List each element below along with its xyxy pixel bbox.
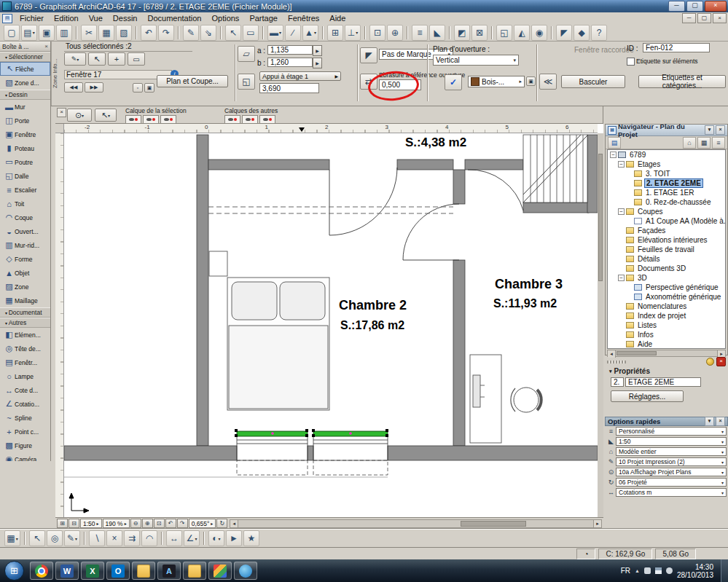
scrollbar-thumb[interactable] — [461, 521, 526, 527]
add-selection-icon[interactable]: + — [108, 52, 125, 66]
a-spin-button[interactable]: ▶ — [313, 45, 322, 56]
marker-icon[interactable]: ◤ — [360, 47, 377, 63]
menu-edition[interactable]: Edition — [49, 13, 84, 23]
toolbox-section-autres[interactable]: Autres — [0, 318, 50, 328]
quick-option-field[interactable]: Modèle entier▾ — [616, 447, 727, 456]
etiquettes-button[interactable]: Etiquettes et catégories... — [638, 75, 726, 88]
lock-icon[interactable]: ⊠ — [471, 25, 488, 41]
quick-option-field[interactable]: Personnalisé▾ — [616, 427, 727, 436]
tool-mur[interactable]: ▬Mur — [0, 100, 50, 114]
previous-window-icon[interactable]: ◀◀ — [64, 82, 83, 93]
quick-option-field[interactable]: 10 Projet Impression (2)▾ — [616, 457, 727, 466]
chevron-down-icon[interactable]: ▾ — [705, 125, 714, 135]
collapse-icon[interactable]: − — [618, 208, 625, 215]
properties-header[interactable]: ▾Propriétés — [605, 366, 728, 376]
tool-cotatio[interactable]: ∠Cotatio... — [0, 397, 50, 411]
show-other-layers-icon[interactable] — [224, 115, 240, 124]
archicad-icon[interactable]: A — [157, 562, 181, 580]
settings-icon[interactable]: ≡ — [712, 137, 725, 149]
undo-icon[interactable]: ↶ — [141, 25, 157, 41]
plan-coupe-button[interactable]: Plan et Coupe... — [157, 75, 228, 87]
solo-layer-icon[interactable] — [160, 115, 176, 124]
network-icon[interactable] — [655, 567, 662, 574]
default-settings-icon[interactable]: ✎▾ — [64, 52, 86, 66]
tree-item-feuilles-de-travail[interactable]: Feuilles de travail — [608, 245, 725, 254]
zoom-out-icon[interactable]: ⊖ — [130, 519, 141, 528]
tree-item-1-etage-1er[interactable]: 1. ETAGE 1ER — [608, 188, 725, 197]
pushpin-icon[interactable] — [706, 358, 714, 366]
gravity-icon[interactable]: ⊥▾ — [345, 25, 361, 41]
mdi-minimize-icon[interactable]: ─ — [682, 13, 696, 23]
scroll-left-icon[interactable]: ◂ — [230, 520, 238, 527]
menu-partage[interactable]: Partage — [244, 13, 283, 23]
tool-lampe[interactable]: ○Lampe — [0, 369, 50, 383]
tree-item-0-rez-de-chaussee[interactable]: 0. Rez-de-chaussée — [608, 197, 725, 207]
collapse-icon[interactable]: − — [618, 275, 625, 281]
zoom-in-icon[interactable]: ⊕ — [387, 25, 403, 41]
b-field[interactable]: 1,260 — [267, 58, 313, 67]
explorer-folder-icon[interactable] — [132, 562, 155, 580]
tree-item-2-etage-2eme[interactable]: 2. ETAGE 2EME — [608, 178, 725, 188]
tree-item-infos[interactable]: Infos — [608, 330, 725, 339]
scrollbar-thumb[interactable] — [598, 154, 603, 281]
tool-tete-de[interactable]: ◎Tête de... — [0, 342, 50, 355]
collapse-icon[interactable]: − — [618, 161, 625, 168]
next-window-icon[interactable]: ▶▶ — [85, 82, 103, 93]
tree-item-3d[interactable]: −3D — [608, 273, 725, 283]
tree-item-listes[interactable]: Listes — [608, 321, 725, 330]
tree-item-index-de-projet[interactable]: Index de projet — [608, 311, 725, 321]
minimize-button[interactable]: ─ — [668, 1, 685, 12]
zoom-percent-selector[interactable]: 190 %▸ — [103, 519, 130, 528]
outlook-icon[interactable]: O — [106, 562, 130, 580]
quick-option-field[interactable]: 10a Affichage Projet Plans▾ — [616, 468, 727, 476]
menu-options[interactable]: Options — [206, 13, 244, 23]
orbit-icon[interactable]: ↻ — [216, 519, 227, 528]
id-field[interactable]: Fen-012 — [643, 43, 710, 52]
documents-folder-icon[interactable] — [183, 562, 206, 580]
teamwork-icon[interactable]: ◆ — [574, 25, 590, 41]
show-layer-icon[interactable] — [125, 115, 141, 124]
tool-zone[interactable]: ▨Zone — [0, 280, 50, 294]
snap-guides-icon[interactable]: ◎ — [47, 530, 63, 546]
toolbox-section-dessin[interactable]: Dessin — [0, 90, 50, 100]
horizontal-scrollbar[interactable]: ◂ ▸ — [230, 519, 602, 528]
open-file-icon[interactable]: ▤▾ — [21, 25, 37, 41]
panel-grip[interactable] — [607, 361, 626, 363]
scroll-right-icon[interactable]: ▸ — [593, 520, 601, 527]
copy-icon[interactable]: ▦ — [98, 25, 114, 41]
arrow-icon[interactable]: ↖ — [88, 52, 106, 66]
quick-option-field[interactable]: 06 Projeté▾ — [616, 478, 727, 487]
material-dropdown[interactable]: Bois-...▸ — [468, 76, 525, 87]
tree-item-6789[interactable]: −6789 — [608, 150, 725, 160]
3d-window-icon[interactable]: ◱ — [496, 25, 512, 41]
arrow-tool-icon[interactable]: ↖ — [225, 25, 241, 41]
tool-fenetr[interactable]: ▤Fenêtr... — [0, 355, 50, 369]
volume-icon[interactable] — [666, 567, 673, 574]
tool-poteau[interactable]: ▮Poteau — [0, 141, 50, 155]
syringe-icon[interactable]: ⇘ — [200, 25, 216, 41]
layer-eye-icon[interactable]: ⊙▾ — [67, 109, 92, 122]
close-icon[interactable]: × — [716, 417, 725, 426]
tree-item-nomenclatures[interactable]: Nomenclatures — [608, 302, 725, 311]
new-file-icon[interactable]: ▢ — [4, 25, 20, 41]
vertical-scrollbar[interactable] — [598, 133, 603, 517]
project-chooser-icon[interactable]: ▤ — [608, 137, 621, 149]
quick-option-1-50[interactable]: ◣1:50▾ — [605, 436, 728, 447]
mdi-close-icon[interactable]: × — [713, 13, 727, 23]
story-name-field[interactable]: ETAGE 2EME — [625, 377, 701, 387]
redo-icon[interactable]: ↷ — [158, 25, 174, 41]
tool-escalier[interactable]: ≡Escalier — [0, 183, 50, 197]
plan-ouverture-dropdown[interactable]: Vertical▾ — [433, 55, 519, 66]
tool-figure[interactable]: ▩Figure — [0, 439, 50, 452]
appui-button[interactable]: Appui à étage 1▶ — [259, 71, 341, 81]
tree-item-elevations-interieures[interactable]: Elévations intérieures — [608, 235, 725, 245]
toolbox-section-documentat[interactable]: Documentat — [0, 307, 50, 318]
tree-item-coupes[interactable]: −Coupes — [608, 207, 725, 216]
scrollbar-thumb[interactable] — [617, 351, 657, 355]
paint-icon[interactable] — [208, 562, 232, 580]
expand-panel-icon[interactable]: ▣ — [144, 83, 154, 93]
collapse-panel-icon[interactable]: ▫ — [133, 83, 143, 93]
tool-maillage[interactable]: ▦Maillage — [0, 294, 50, 307]
quick-option-modele-entier[interactable]: ⌂Modèle entier▾ — [605, 447, 728, 457]
marquee-icon[interactable]: ▭ — [128, 52, 145, 66]
